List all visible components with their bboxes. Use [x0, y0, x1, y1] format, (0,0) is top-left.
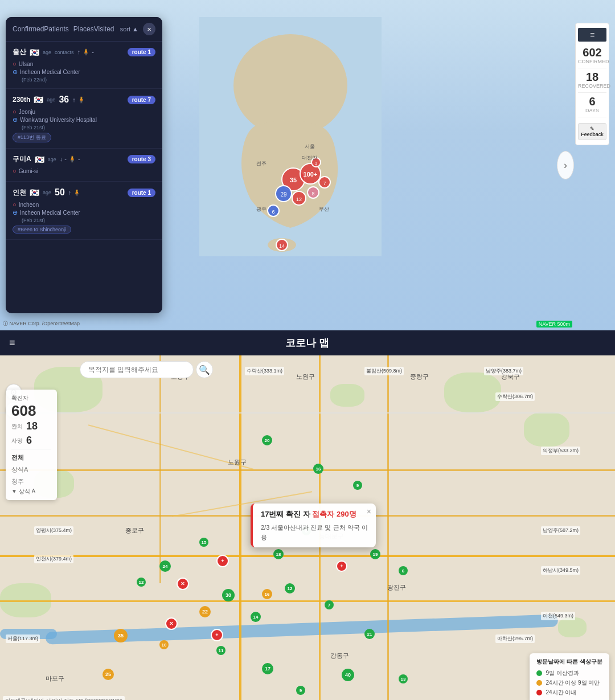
location-icon: ○ [13, 60, 17, 67]
marker-green12[interactable]: 17 [262, 663, 273, 674]
legend-title: 방문날짜에 따른 색상구분 [536, 658, 602, 666]
svg-text:광주: 광주 [256, 206, 266, 212]
search-bar: 🔍 [80, 361, 213, 378]
close-button[interactable]: × [143, 23, 155, 35]
marker-green20[interactable]: 9 [296, 686, 305, 695]
marker-green7[interactable]: 30 [222, 589, 235, 601]
stat-box: 확진자 608 완치 18 사망 6 전체 상식A 청주 ▼ 상식 A [6, 390, 57, 500]
marker-green14[interactable]: 16 [313, 464, 323, 474]
tab-confirmed[interactable]: ConfirmedPatients [13, 25, 69, 33]
sidebar-panel: ConfirmedPatients PlacesVisited sort ▲ ×… [6, 17, 162, 313]
district-mapo: 마포구 [46, 674, 64, 683]
distance-label14: 인천시(379.4m) [34, 555, 73, 563]
district-nowon2: 노원구 [228, 458, 247, 466]
recovered-count: 18 [578, 71, 606, 83]
age-label: age [43, 50, 51, 55]
info-popup: × 17번째 확진 자 접촉자 290명 2/3 서울아산내과 진료 및 근처 … [251, 503, 376, 547]
marker-yellow3[interactable]: 22 [199, 606, 211, 617]
legend-text-green: 9일 이상경과 [546, 669, 579, 677]
park-area7 [558, 617, 587, 637]
hospital-icon: ⊕ [13, 116, 18, 124]
show-filter[interactable]: ▼ 상식 A [11, 488, 51, 496]
road-h3 [0, 469, 615, 471]
popup-close[interactable]: × [367, 507, 371, 516]
divider3 [578, 117, 606, 117]
distance-label11: 하남시(349.5m) [541, 566, 580, 575]
location-icon: ○ [13, 108, 17, 115]
hospital-icon: ⊕ [13, 209, 18, 216]
divider [11, 449, 51, 449]
gender-icon: ↑ 🧍 [68, 189, 81, 197]
marker-red1[interactable]: ✕ [177, 578, 189, 590]
filter-all[interactable]: 전체 [11, 452, 51, 464]
top-map-section: 35 100+ 29 12 8 7 6 14 1 대전안 광주 부산 서울 전주… [0, 0, 615, 330]
patient-top: 230th 🇰🇷 age 36 ↑ 🧍 route 7 [13, 95, 155, 105]
distance-label4: 남양주(383.7m) [484, 367, 523, 375]
marker-red3[interactable]: + [216, 555, 229, 567]
marker-green1[interactable]: 20 [262, 435, 272, 445]
marker-red2[interactable]: ✕ [165, 617, 178, 630]
marker-yellow1[interactable]: 25 [102, 669, 114, 680]
patient-card[interactable]: 인천 🇰🇷 age 50 ↑ 🧍 route 1 ○ Incheon ⊕ Inc… [6, 182, 162, 240]
filter-b[interactable]: 청주 [11, 476, 51, 488]
naver-logo: NAVER 500m [536, 321, 572, 328]
distance-label2: 수락산(333.1m) [245, 367, 284, 375]
svg-text:서울: 서울 [305, 144, 315, 149]
route-badge: route 1 [128, 48, 155, 56]
location-icon: ○ [13, 167, 17, 174]
gender-icon: ↓ - 🧍 - [60, 155, 80, 163]
map-chevron-right[interactable]: › [557, 151, 574, 179]
marker-green9[interactable]: 7 [325, 600, 334, 609]
menu-icon[interactable]: ≡ [578, 28, 606, 42]
marker-green17[interactable]: 21 [364, 629, 375, 639]
marker-yellow4[interactable]: 35 [114, 629, 128, 642]
marker-yellow2[interactable]: 10 [159, 640, 169, 649]
gender-icon: ↑ 🧍 [72, 96, 85, 104]
road-h2 [0, 600, 615, 602]
marker-red4[interactable]: + [211, 629, 223, 641]
marker-green11[interactable]: 11 [216, 646, 226, 655]
marker-green13[interactable]: 40 [342, 669, 354, 681]
marker-green3[interactable]: 24 [159, 560, 171, 572]
patient-top: 인천 🇰🇷 age 50 ↑ 🧍 route 1 [13, 187, 155, 198]
search-button[interactable]: 🔍 [196, 361, 213, 378]
patient-card[interactable]: 구미A 🇰🇷 age ↓ - 🧍 - route 3 ○ Gumi-si [6, 149, 162, 182]
age-value: 36 [59, 95, 69, 105]
confirmed-count: 602 [578, 46, 606, 59]
marker-green18[interactable]: 6 [399, 566, 408, 575]
marker-green15[interactable]: 9 [353, 481, 362, 490]
divider2 [578, 92, 606, 93]
marker-red5[interactable]: + [336, 560, 347, 572]
patient-top: 울산 🇰🇷 age contacts ↑ 🧍 - route 1 [13, 47, 155, 57]
days-label: DAYS [578, 108, 606, 113]
legend-dot-yellow [536, 680, 542, 686]
road-v1 [239, 355, 241, 700]
sidebar-header: ConfirmedPatients PlacesVisited sort ▲ × [6, 17, 162, 42]
korea-map-svg: 35 100+ 29 12 8 7 6 14 1 대전안 광주 부산 서울 전주 [199, 17, 382, 256]
tab-places[interactable]: PlacesVisited [73, 25, 114, 33]
bottom-menu-button[interactable]: ≡ [9, 337, 15, 349]
patient-hospital: ⊕ Incheon Medical Center [13, 209, 155, 216]
marker-yellow5[interactable]: 16 [262, 589, 272, 599]
search-input[interactable] [80, 361, 194, 378]
marker-green4[interactable]: 12 [137, 578, 146, 587]
park-area6 [330, 384, 364, 407]
marker-green10[interactable]: 14 [251, 612, 261, 622]
marker-green8[interactable]: 12 [285, 583, 295, 593]
hospital-icon: ⊕ [13, 68, 18, 76]
popup-desc: 2/3 서울아산내과 진료 및 근처 약국 이용 [261, 523, 368, 542]
svg-text:부산: 부산 [319, 206, 329, 212]
patient-card[interactable]: 230th 🇰🇷 age 36 ↑ 🧍 route 7 ○ Jeonju ⊕ W… [6, 89, 162, 149]
district-gangdong: 강동구 [330, 652, 349, 660]
bottom-map-area: 도봉구 노원구 중랑구 강북구 노원구 종로구 동대문구 광진구 강동구 마포구… [0, 355, 615, 700]
marker-green2[interactable]: 15 [199, 538, 208, 547]
sort-button[interactable]: sort ▲ [120, 26, 138, 32]
filter-a[interactable]: 상식A [11, 464, 51, 476]
patient-card[interactable]: 울산 🇰🇷 age contacts ↑ 🧍 - route 1 ○ Ulsan… [6, 42, 162, 89]
district-nowon: 노원구 [296, 372, 315, 381]
marker-green16[interactable]: 13 [399, 674, 408, 683]
marker-green19[interactable]: 19 [370, 549, 380, 559]
svg-text:8: 8 [311, 191, 314, 197]
marker-green5[interactable]: 18 [273, 549, 284, 559]
feedback-button[interactable]: ✎ Feedback [578, 123, 606, 140]
